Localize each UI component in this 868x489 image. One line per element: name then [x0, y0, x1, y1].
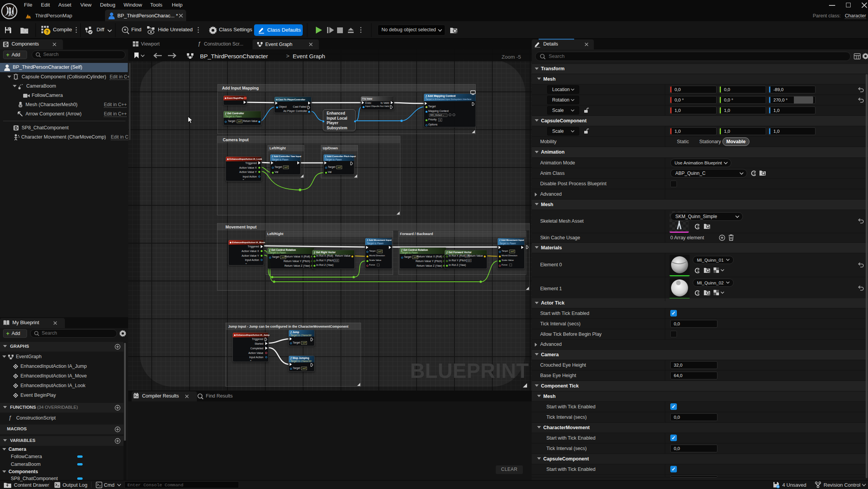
svg-text:?: ?	[46, 29, 48, 35]
